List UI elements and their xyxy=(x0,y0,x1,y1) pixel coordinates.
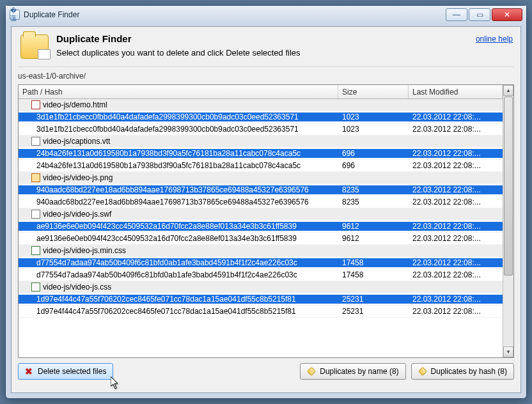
table-row[interactable]: ae9136e6e0eb094f423cc4509532a16d70fcc2a8… xyxy=(19,221,503,233)
path-text: video-js/video-js.css xyxy=(43,283,111,291)
app-icon: �薀 xyxy=(10,10,20,20)
file-icon xyxy=(31,173,40,182)
scroll-up-button[interactable]: ▲ xyxy=(503,85,513,96)
tag-icon xyxy=(418,367,427,376)
modified-text: 22.03.2012 22:08:... xyxy=(409,270,503,279)
delete-icon: ✖ xyxy=(25,367,34,376)
table-row[interactable]: video-js/video-js.css xyxy=(19,281,503,293)
byname-label: Duplicates by name (8) xyxy=(320,367,398,376)
table-row[interactable]: video-js/demo.html xyxy=(19,99,503,111)
modified-text: 22.03.2012 22:08:... xyxy=(409,234,503,243)
table-row[interactable]: d77554d7adaa974ab50b409f6c81bfd0ab1afe3b… xyxy=(19,269,503,281)
page-subtitle: Select duplicates you want to delete and… xyxy=(56,48,301,58)
size-text: 25231 xyxy=(338,307,409,316)
table-row[interactable]: 1d97e4f44c47a55f706202cec8465fe071cc78da… xyxy=(19,293,503,306)
size-text: 1023 xyxy=(338,125,409,134)
size-text: 696 xyxy=(338,161,409,170)
size-text: 8235 xyxy=(338,185,409,194)
table-row[interactable]: 24b4a26fe131a0d619580b1a7938bd3f90a5fc76… xyxy=(19,148,503,160)
path-text: ae9136e6e0eb094f423cc4509532a16d70fcc2a8… xyxy=(36,234,297,243)
delete-label: Delete selected files xyxy=(38,367,106,376)
modified-text: 22.03.2012 22:08:... xyxy=(409,149,503,158)
modified-text: 22.03.2012 22:08:... xyxy=(409,161,503,170)
col-size[interactable]: Size xyxy=(338,85,409,98)
size-text: 17458 xyxy=(338,270,409,279)
path-text: video-js/video-js.min.css xyxy=(43,246,126,255)
table-row[interactable]: 3d1e1fb21cbecc0fbbd40a4dafadefa299839930… xyxy=(19,111,503,123)
page-title: Duplicate Finder xyxy=(56,33,301,44)
table-row[interactable]: 940aadc68bd227ee18ad6bb894aae17698713b37… xyxy=(19,196,503,208)
path-text: 24b4a26fe131a0d619580b1a7938bd3f90a5fc76… xyxy=(36,149,301,158)
path-text: 940aadc68bd227ee18ad6bb894aae17698713b37… xyxy=(36,185,309,194)
path-text: video-js/captions.vtt xyxy=(43,137,110,146)
scroll-track[interactable] xyxy=(503,276,513,346)
table-row[interactable]: video-js/video-js.min.css xyxy=(19,245,503,257)
titlebar[interactable]: �薀 Duplicate Finder — ▭ ✕ xyxy=(6,6,526,24)
modified-text: 22.03.2012 22:08:... xyxy=(409,125,503,134)
modified-text: 22.03.2012 22:08:... xyxy=(409,113,503,121)
modified-text: 22.03.2012 22:08:... xyxy=(409,258,503,267)
delete-selected-button[interactable]: ✖ Delete selected files xyxy=(18,363,113,380)
size-text: 17458 xyxy=(338,258,409,267)
size-text: 8235 xyxy=(338,198,409,206)
path-text: ae9136e6e0eb094f423cc4509532a16d70fcc2a8… xyxy=(36,222,297,231)
scroll-down-button[interactable]: ▼ xyxy=(503,346,513,357)
duplicates-by-name-button[interactable]: Duplicates by name (8) xyxy=(300,363,405,380)
path-text: video-js/demo.html xyxy=(43,100,107,109)
modified-text: 22.03.2012 22:08:... xyxy=(409,295,503,304)
duplicates-by-hash-button[interactable]: Duplicates by hash (8) xyxy=(411,363,514,380)
table-row[interactable]: video-js/video-js.png xyxy=(19,172,503,184)
app-window: �薀 Duplicate Finder — ▭ ✕ Duplicate Find… xyxy=(5,5,527,399)
table-row[interactable]: video-js/video-js.swf xyxy=(19,208,503,221)
table-row[interactable]: 3d1e1fb21cbecc0fbbd40a4dafadefa299839930… xyxy=(19,123,503,136)
grid-rows: video-js/demo.html3d1e1fb21cbecc0fbbd40a… xyxy=(19,99,503,318)
path-text: 3d1e1fb21cbecc0fbbd40a4dafadefa299839930… xyxy=(36,125,299,134)
vertical-scrollbar[interactable]: ▲ ▼ xyxy=(503,85,513,357)
size-text: 9612 xyxy=(338,234,409,243)
col-path[interactable]: Path / Hash xyxy=(19,85,338,98)
size-text: 1023 xyxy=(338,113,409,121)
modified-text: 22.03.2012 22:08:... xyxy=(409,198,503,206)
tag-icon xyxy=(307,367,316,376)
path-text: video-js/video-js.png xyxy=(43,173,113,182)
window-title: Duplicate Finder xyxy=(24,10,79,19)
online-help-link[interactable]: online help xyxy=(476,33,513,43)
size-text: 25231 xyxy=(338,295,409,304)
path-text: 1d97e4f44c47a55f706202cec8465fe071cc78da… xyxy=(36,295,296,304)
size-text: 9612 xyxy=(338,222,409,231)
table-row[interactable]: 940aadc68bd227ee18ad6bb894aae17698713b37… xyxy=(19,184,503,196)
path-text: 3d1e1fb21cbecc0fbbd40a4dafadefa299839930… xyxy=(36,113,299,121)
table-row[interactable]: ae9136e6e0eb094f423cc4509532a16d70fcc2a8… xyxy=(19,233,503,245)
path-text: 940aadc68bd227ee18ad6bb894aae17698713b37… xyxy=(36,198,309,206)
byhash-label: Duplicates by hash (8) xyxy=(431,367,507,376)
modified-text: 22.03.2012 22:08:... xyxy=(409,222,503,231)
file-icon xyxy=(31,210,40,219)
modified-text: 22.03.2012 22:08:... xyxy=(409,307,503,316)
path-text: video-js/video-js.swf xyxy=(43,210,111,219)
size-text: 696 xyxy=(338,149,409,158)
separator xyxy=(18,66,514,68)
path-text: 24b4a26fe131a0d619580b1a7938bd3f90a5fc76… xyxy=(36,161,301,170)
client-area: Duplicate Finder Select duplicates you w… xyxy=(11,26,521,393)
file-icon xyxy=(31,100,40,109)
file-icon xyxy=(31,283,40,291)
table-row[interactable]: 1d97e4f44c47a55f706202cec8465fe071cc78da… xyxy=(19,306,503,318)
table-row[interactable]: 24b4a26fe131a0d619580b1a7938bd3f90a5fc76… xyxy=(19,160,503,172)
table-row[interactable]: d77554d7adaa974ab50b409f6c81bfd0ab1afe3b… xyxy=(19,257,503,269)
results-grid: Path / Hash Size Last Modified video-js/… xyxy=(18,84,514,358)
table-row[interactable]: video-js/captions.vtt xyxy=(19,136,503,148)
maximize-button[interactable]: ▭ xyxy=(469,8,490,21)
minimize-button[interactable]: — xyxy=(446,8,467,21)
modified-text: 22.03.2012 22:08:... xyxy=(409,185,503,194)
path-text: d77554d7adaa974ab50b409f6c81bfd0ab1afe3b… xyxy=(36,258,297,267)
folder-icon xyxy=(20,35,49,59)
header: Duplicate Finder Select duplicates you w… xyxy=(12,27,520,64)
path-text: 1d97e4f44c47a55f706202cec8465fe071cc78da… xyxy=(36,307,296,316)
file-icon xyxy=(31,246,40,255)
close-button[interactable]: ✕ xyxy=(492,8,522,21)
path-text: d77554d7adaa974ab50b409f6c81bfd0ab1afe3b… xyxy=(36,270,297,279)
col-modified[interactable]: Last Modified xyxy=(409,85,503,98)
scroll-thumb[interactable] xyxy=(504,97,513,276)
grid-header: Path / Hash Size Last Modified xyxy=(19,85,503,99)
breadcrumb: us-east-1/0-archive/ xyxy=(18,72,514,81)
